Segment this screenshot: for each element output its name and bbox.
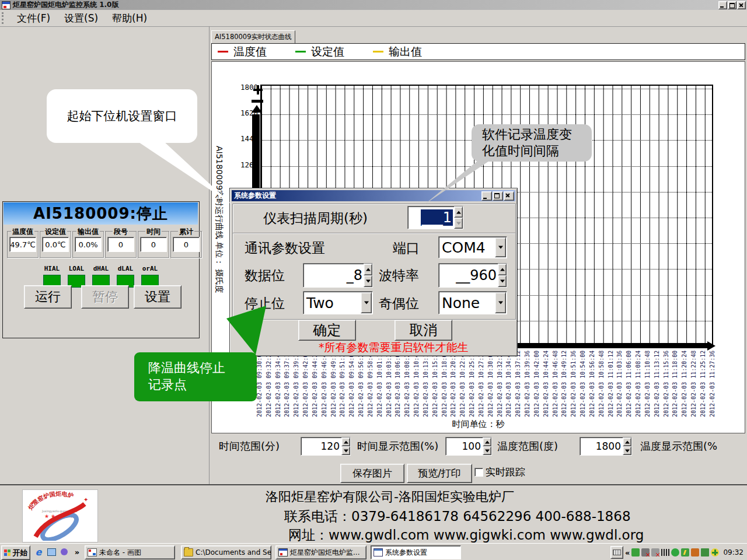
close-icon[interactable] — [737, 1, 746, 9]
x-axis-tick: 2012-02-03 10:42:00 — [533, 348, 542, 418]
spin-down-icon[interactable] — [483, 446, 491, 455]
x-axis-tick: 2012-02-03 10:06:00 — [394, 348, 403, 418]
spin-up-icon[interactable] — [623, 438, 631, 446]
menu-settings[interactable]: 设置(S) — [57, 12, 105, 25]
network-globe-icon[interactable] — [671, 548, 679, 556]
realtime-track-checkbox[interactable] — [474, 468, 483, 477]
status-field: 累计 0 — [170, 231, 202, 258]
network-muted-icon[interactable] — [651, 548, 659, 556]
spin-up-icon[interactable] — [498, 264, 507, 275]
chevron-down-icon[interactable] — [495, 292, 506, 313]
x-axis-tick: 2012-02-03 11:18:00 — [671, 348, 680, 418]
messenger-icon[interactable] — [58, 546, 70, 558]
tray-collapse-chevron[interactable]: « — [625, 548, 630, 557]
scroll-up-icon[interactable] — [252, 105, 262, 113]
ok-button[interactable]: 确定 — [298, 320, 356, 341]
zoom-out-icon[interactable] — [252, 100, 263, 103]
task-paint[interactable]: 未命名 - 画图 — [85, 545, 175, 559]
spin-down-icon[interactable] — [341, 446, 350, 455]
spin-up-icon[interactable] — [454, 206, 463, 218]
spin-up-icon[interactable] — [364, 264, 372, 275]
x-axis-tick: 2012-02-03 09:44:24 — [311, 348, 320, 418]
dialog-minimize-icon[interactable] — [481, 191, 492, 201]
legend-label-setpoint: 设定值 — [311, 44, 344, 60]
temp-range-label: 温度范围(度) — [497, 439, 558, 453]
start-button[interactable]: 开始 — [1, 545, 30, 560]
x-axis-tick: 2012-02-03 10:46:48 — [551, 348, 561, 418]
temp-range-spinner[interactable]: 1800 — [580, 437, 632, 456]
quicklaunch-more-chevron[interactable]: » — [71, 546, 83, 558]
x-axis-tick: 2012-02-03 11:15:36 — [662, 348, 672, 418]
security-shield-icon[interactable] — [681, 548, 689, 556]
x-axis-tick: 2012-02-03 09:37:12 — [283, 348, 292, 418]
cancel-button[interactable]: 取消 — [395, 320, 452, 341]
status-fields: 温度值 49.7℃ 设定值 0.0℃ 输出值 0.0% 段号 0 — [7, 231, 202, 258]
maximize-icon[interactable] — [728, 1, 736, 9]
spin-down-icon[interactable] — [623, 446, 631, 455]
task-monitor-app[interactable]: 炬星窑炉国炬电炉监... — [275, 545, 366, 559]
preview-print-button[interactable]: 预览/打印 — [407, 464, 472, 483]
status-field: 输出值 0.0% — [72, 231, 104, 258]
setup-button[interactable]: 设置 — [134, 285, 181, 309]
windows-flag-icon — [4, 550, 11, 556]
spin-up-icon[interactable] — [341, 438, 350, 446]
show-desktop-icon[interactable] — [46, 546, 57, 558]
tray-clock: 09:32 — [721, 548, 746, 556]
volume-muted-icon[interactable] — [641, 548, 650, 556]
status-panel-title: AI5180009:停止 — [4, 202, 198, 225]
x-axis-tick: 2012-02-03 11:08:24 — [634, 348, 644, 418]
antivirus-icon[interactable] — [631, 548, 640, 556]
pause-button[interactable]: 暂停 — [81, 285, 129, 309]
time-display-spinner[interactable]: 100 — [445, 437, 492, 456]
storage-icon[interactable] — [701, 548, 709, 556]
scroll-right-icon[interactable] — [707, 341, 715, 351]
alarm-indicator: dLAL — [117, 265, 134, 288]
app-icon — [2, 1, 11, 9]
dialog-titlebar[interactable]: 系统参数设置 — [232, 190, 515, 201]
spin-down-icon[interactable] — [364, 275, 372, 287]
legend-dash-temperature — [218, 51, 228, 52]
x-axis-tick: 2012-02-03 10:25:12 — [468, 348, 477, 418]
scan-period-spinner[interactable]: ___1 — [407, 206, 463, 229]
download-manager-icon[interactable] — [691, 548, 699, 556]
minimize-icon[interactable] — [718, 1, 727, 9]
task-explorer[interactable]: C:\Documents and Se... — [181, 545, 271, 559]
x-axis-tick: 2012-02-03 09:49:12 — [330, 348, 339, 418]
dialog-close-icon[interactable] — [504, 191, 514, 201]
spin-down-icon[interactable] — [454, 218, 463, 229]
baud-spinner[interactable]: __960 — [438, 263, 507, 288]
port-combobox[interactable]: COM4 — [438, 236, 507, 258]
zoom-in-icon[interactable] — [251, 83, 265, 97]
spin-down-icon[interactable] — [498, 275, 507, 287]
menu-help[interactable]: 帮助(H) — [105, 12, 154, 25]
spin-up-icon[interactable] — [483, 438, 491, 446]
company-logo: 炬星窑炉国炬电炉 Juxingyaolu-guojudianlu ★ ★ ★ ★… — [22, 489, 98, 542]
time-range-spinner[interactable]: 120 — [301, 437, 351, 456]
menu-file[interactable]: 文件(F) — [10, 12, 57, 25]
keyboard-icon[interactable] — [610, 546, 623, 559]
restart-note: *所有参数需要重启软件才能生 — [319, 340, 469, 355]
tab-realtime-curve[interactable]: AI5180009实时状态曲线 — [211, 30, 295, 43]
x-axis-tick: 2012-02-03 09:39:36 — [292, 348, 302, 418]
ie-icon[interactable]: e — [33, 546, 44, 558]
callout-start-window: 起始下位机设置窗口 — [47, 89, 197, 143]
x-axis-tick: 2012-02-03 10:44:24 — [542, 348, 551, 418]
taskbar: 开始 e » 未命名 - 画图 C:\Documents and Se... 炬… — [0, 543, 747, 560]
dialog-maximize-icon[interactable] — [493, 191, 503, 201]
chevron-down-icon[interactable] — [495, 237, 506, 257]
safety-plus-icon[interactable] — [711, 548, 719, 556]
x-axis-tick: 2012-02-03 09:51:36 — [338, 348, 348, 418]
h-gridline — [261, 89, 712, 89]
footer-phone: 联系电话：0379-64186178 64562296 400-688-1868 — [284, 508, 631, 526]
stopbits-combobox[interactable]: Two — [303, 291, 373, 314]
databits-spinner[interactable]: _8 — [303, 263, 373, 288]
save-image-button[interactable]: 保存图片 — [340, 464, 404, 483]
window-title: 炬星窑炉国炬电炉监控系统 1.0版 — [13, 0, 118, 10]
scan-period-label: 仪表扫描周期(秒) — [263, 209, 368, 228]
x-axis-tick: 2012-02-03 09:46:48 — [320, 348, 330, 418]
run-button[interactable]: 运行 — [24, 285, 72, 309]
parity-combobox[interactable]: None — [438, 291, 507, 314]
signal-strength-icon[interactable] — [661, 549, 669, 556]
task-system-params[interactable]: 系统参数设置 — [371, 545, 461, 559]
chevron-down-icon[interactable] — [361, 292, 372, 313]
